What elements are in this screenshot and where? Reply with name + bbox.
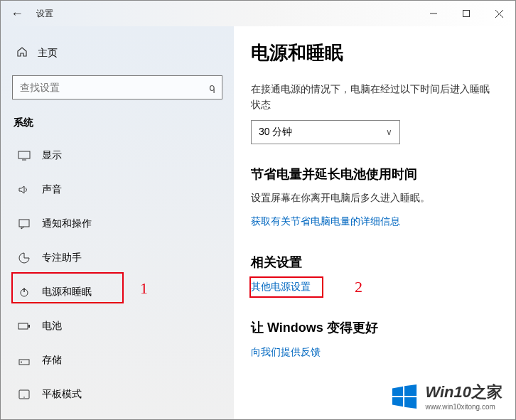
close-button[interactable] [483,1,515,26]
svg-point-14 [23,397,25,398]
window-title: 设置 [36,8,53,20]
sidebar-item-label: 电池 [42,320,62,333]
select-value: 30 分钟 [259,126,292,139]
annotation-number-2: 2 [355,278,362,296]
sleep-time-select[interactable]: 30 分钟 ∨ [251,120,400,144]
svg-rect-10 [28,325,30,328]
svg-rect-1 [463,11,470,17]
sidebar-item-label: 声音 [42,183,62,196]
plugged-description: 在接通电源的情况下，电脑在经过以下时间后进入睡眠状态 [251,81,498,113]
feedback-link[interactable]: 向我们提供反馈 [251,346,321,359]
main-wrap: 主页 ⍴ 系统 显示 声音 通知和操作 [1,26,515,419]
sidebar-item-label: 电源和睡眠 [42,286,92,298]
title-left: ← 设置 [1,1,417,26]
svg-rect-9 [18,323,28,329]
sidebar-item-power[interactable]: 电源和睡眠 [12,277,222,307]
search-box: ⍴ [12,75,222,99]
save-power-description: 设置屏幕在你离开电脑后多久进入睡眠。 [251,190,498,205]
power-icon [18,286,31,298]
sound-icon [18,185,31,195]
titlebar: ← 设置 [1,1,515,26]
focus-icon [18,252,31,264]
sidebar-item-battery[interactable]: 电池 [12,311,222,341]
page-title: 电源和睡眠 [251,41,498,65]
sidebar-item-label: 平板模式 [42,388,82,401]
notifications-icon [18,218,31,230]
sidebar-item-label: 显示 [42,149,62,162]
sidebar-item-focus[interactable]: 专注助手 [12,243,222,273]
watermark-url: www.win10xitong.com [425,403,495,411]
related-heading: 相关设置 [251,254,498,271]
display-icon [18,151,31,161]
maximize-icon [463,10,470,17]
sidebar-item-label: 通知和操作 [42,217,92,230]
windows-logo-icon [391,383,418,410]
save-power-heading: 节省电量并延长电池使用时间 [251,166,498,183]
sidebar-item-display[interactable]: 显示 [12,141,222,171]
sidebar-item-tablet[interactable]: 平板模式 [12,379,222,409]
close-icon [495,10,503,18]
minimize-icon [430,10,437,17]
other-power-settings-link[interactable]: 其他电源设置 [251,281,311,294]
content-area: 电源和睡眠 在接通电源的情况下，电脑在经过以下时间后进入睡眠状态 30 分钟 ∨… [234,26,515,419]
watermark-title: Win10之家 [425,382,502,403]
sidebar-item-sound[interactable]: 声音 [12,175,222,205]
battery-icon [18,322,31,330]
svg-point-12 [21,362,22,363]
chevron-down-icon: ∨ [386,127,392,137]
annotation-number-1: 1 [140,279,148,298]
save-power-link[interactable]: 获取有关节省电脑电量的详细信息 [251,215,400,228]
section-label: 系统 [12,112,222,141]
sidebar-item-notifications[interactable]: 通知和操作 [12,209,222,239]
search-icon: ⍴ [209,82,215,93]
window-controls [417,1,515,26]
sidebar: 主页 ⍴ 系统 显示 声音 通知和操作 [1,26,234,419]
tablet-icon [18,389,31,399]
maximize-button[interactable] [450,1,483,26]
home-label: 主页 [38,47,58,60]
sidebar-item-storage[interactable]: 存储 [12,345,222,375]
search-input[interactable] [12,75,222,99]
sidebar-item-label: 存储 [42,354,62,367]
storage-icon [18,355,31,365]
improve-heading: 让 Windows 变得更好 [251,319,498,336]
sidebar-item-label: 专注助手 [42,252,82,264]
minimize-button[interactable] [417,1,450,26]
svg-rect-4 [18,151,30,158]
home-icon [16,46,28,60]
svg-rect-6 [19,220,29,227]
watermark-text: Win10之家 www.win10xitong.com [425,382,502,411]
back-icon[interactable]: ← [11,6,23,21]
watermark: Win10之家 www.win10xitong.com [391,382,502,411]
home-link[interactable]: 主页 [12,41,222,65]
